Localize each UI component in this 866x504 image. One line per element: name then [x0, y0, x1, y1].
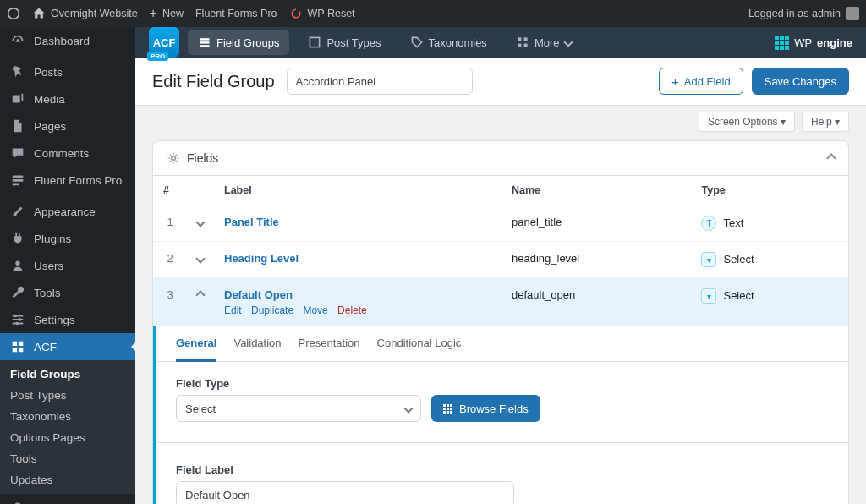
brush-icon — [10, 204, 25, 219]
wpengine-icon — [775, 36, 789, 50]
seo-icon — [10, 500, 25, 504]
pin-icon — [10, 64, 25, 79]
field-name: heading_level — [502, 242, 691, 278]
form-icon — [10, 173, 25, 188]
sub-field-groups[interactable]: Field Groups — [0, 364, 135, 385]
svg-rect-14 — [523, 37, 527, 41]
menu-settings[interactable]: Settings — [0, 306, 135, 333]
wpengine-brand[interactable]: WPengine — [775, 36, 852, 50]
reset-icon — [289, 7, 303, 20]
field-type-label: Field Type — [176, 377, 828, 390]
page-title: Edit Field Group — [152, 72, 275, 91]
sub-updates[interactable]: Updates — [0, 469, 135, 490]
field-name: default_open — [502, 278, 691, 327]
site-link[interactable]: Overnight Website — [32, 7, 138, 20]
save-changes-button[interactable]: Save Changes — [752, 68, 849, 95]
wp-side-menu: Dashboard Posts Media Pages Comments Flu… — [0, 27, 135, 504]
speedometer-icon — [10, 33, 25, 48]
new-content[interactable]: + New — [150, 7, 184, 20]
fields-table: # Label Name Type 1 Panel Title panel_ti… — [153, 176, 848, 504]
tab-conditional[interactable]: Conditional Logic — [377, 326, 462, 361]
help-toggle[interactable]: Help ▾ — [802, 112, 849, 132]
avatar — [846, 7, 859, 20]
field-row[interactable]: 1 Panel Title panel_title TText — [153, 205, 848, 242]
sub-post-types[interactable]: Post Types — [0, 385, 135, 406]
grid-icon — [516, 36, 529, 49]
field-label-link[interactable]: Panel Title — [224, 216, 279, 228]
wrench-icon — [10, 285, 25, 300]
menu-comments[interactable]: Comments — [0, 140, 135, 167]
field-row[interactable]: 2 Heading Level heading_level ▾Select — [153, 242, 848, 278]
menu-fluent[interactable]: Fluent Forms Pro — [0, 167, 135, 194]
fields-icon — [167, 151, 180, 165]
field-label-link[interactable]: Default Open — [224, 288, 293, 301]
svg-rect-16 — [523, 44, 527, 47]
add-field-button[interactable]: + Add Field — [659, 68, 743, 95]
home-icon — [32, 7, 46, 20]
svg-rect-13 — [518, 37, 521, 41]
menu-users[interactable]: Users — [0, 252, 135, 279]
expand-icon[interactable] — [195, 254, 205, 263]
wp-logo[interactable] — [7, 7, 20, 20]
sub-options-pages[interactable]: Options Pages — [0, 427, 135, 448]
menu-plugins[interactable]: Plugins — [0, 225, 135, 252]
menu-appearance[interactable]: Appearance — [0, 198, 135, 225]
collapse-icon[interactable] — [195, 290, 205, 299]
field-label-link[interactable]: Heading Level — [224, 252, 299, 265]
action-duplicate[interactable]: Duplicate — [251, 304, 293, 316]
layout-icon — [10, 339, 25, 354]
chevron-down-icon — [403, 403, 413, 413]
field-type: TText — [691, 205, 848, 242]
col-type: Type — [691, 176, 848, 205]
action-delete[interactable]: Delete — [337, 304, 367, 316]
sub-taxonomies[interactable]: Taxonomies — [0, 406, 135, 427]
collapse-panel-toggle[interactable] — [826, 153, 836, 162]
sliders-icon — [10, 312, 25, 327]
browse-fields-button[interactable]: Browse Fields — [431, 395, 540, 422]
post-type-icon — [308, 36, 321, 49]
chevron-down-icon — [563, 37, 573, 47]
col-num: # — [153, 176, 187, 205]
expand-icon[interactable] — [195, 217, 205, 227]
menu-posts[interactable]: Posts — [0, 58, 135, 85]
media-icon — [10, 91, 25, 107]
nav-more[interactable]: More — [506, 30, 582, 55]
action-edit[interactable]: Edit — [224, 304, 242, 316]
tab-general[interactable]: General — [176, 326, 216, 362]
list-icon — [198, 36, 211, 49]
nav-post-types[interactable]: Post Types — [298, 30, 391, 55]
fluent-forms-link[interactable]: Fluent Forms Pro — [195, 8, 277, 19]
wp-admin-bar: Overnight Website + New Fluent Forms Pro… — [0, 0, 866, 27]
menu-pages[interactable]: Pages — [0, 112, 135, 140]
plus-icon: + — [671, 74, 679, 89]
nav-taxonomies[interactable]: Taxonomies — [400, 30, 497, 55]
action-move[interactable]: Move — [303, 304, 327, 316]
field-type-select[interactable]: Select — [176, 395, 421, 422]
editor-tabs: General Validation Presentation Conditio… — [156, 326, 848, 362]
field-name: panel_title — [502, 205, 691, 242]
field-type: ▾Select — [691, 242, 848, 278]
menu-dashboard[interactable]: Dashboard — [0, 27, 135, 54]
svg-point-2 — [14, 315, 18, 318]
field-row-expanded[interactable]: 3 Default Open Edit Duplicate Move Delet… — [153, 278, 848, 327]
wp-reset-link[interactable]: WP Reset — [289, 7, 355, 20]
tag-icon — [410, 36, 424, 49]
svg-rect-10 — [200, 41, 209, 43]
acf-logo[interactable]: ACF PRO — [149, 27, 179, 58]
account-link[interactable]: Logged in as admin — [748, 7, 859, 20]
tab-presentation[interactable]: Presentation — [299, 326, 360, 361]
screen-options-toggle[interactable]: Screen Options ▾ — [699, 112, 795, 132]
grid-icon — [443, 404, 452, 414]
menu-tools[interactable]: Tools — [0, 279, 135, 306]
sub-tools[interactable]: Tools — [0, 448, 135, 469]
tab-validation[interactable]: Validation — [233, 326, 281, 361]
type-icon: T — [701, 216, 716, 231]
nav-field-groups[interactable]: Field Groups — [188, 30, 289, 55]
svg-point-17 — [172, 156, 176, 161]
group-title-input[interactable] — [287, 68, 473, 95]
menu-acf[interactable]: ACF — [0, 333, 135, 360]
type-icon: ▾ — [701, 288, 716, 304]
field-label-input[interactable] — [176, 481, 514, 504]
menu-seo[interactable]: SEO — [0, 494, 135, 504]
menu-media[interactable]: Media — [0, 85, 135, 112]
